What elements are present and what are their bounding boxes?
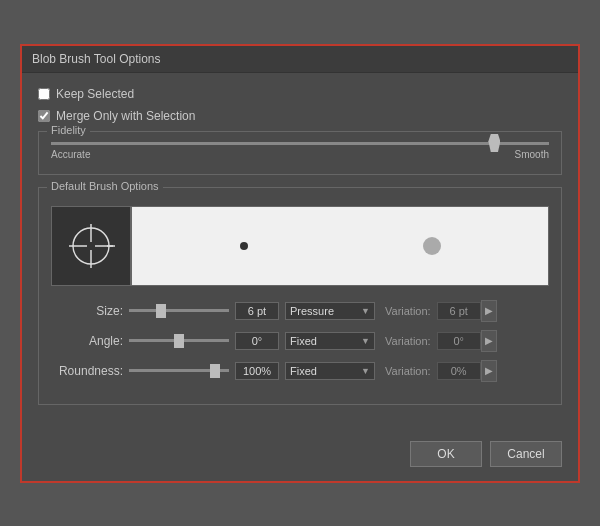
dialog-body: Keep Selected Merge Only with Selection … (22, 73, 578, 431)
brush-options-label: Default Brush Options (47, 180, 163, 192)
roundness-variation-group: ▶ (437, 360, 497, 382)
fidelity-accurate-label: Accurate (51, 149, 90, 160)
roundness-label: Roundness: (51, 364, 123, 378)
fidelity-section: Fidelity Accurate Smooth (38, 131, 562, 175)
fidelity-section-label: Fidelity (47, 124, 90, 136)
roundness-variation-value[interactable] (437, 362, 481, 380)
keep-selected-row: Keep Selected (38, 87, 562, 101)
angle-dropdown-arrow: ▼ (361, 336, 370, 346)
keep-selected-checkbox[interactable] (38, 88, 50, 100)
blob-brush-dialog: Blob Brush Tool Options Keep Selected Me… (20, 44, 580, 483)
fidelity-smooth-label: Smooth (515, 149, 549, 160)
angle-row: Angle: Fixed ▼ Variation: ▶ (51, 330, 549, 352)
cancel-button[interactable]: Cancel (490, 441, 562, 467)
roundness-row: Roundness: Fixed ▼ Variation: ▶ (51, 360, 549, 382)
size-row: Size: Pressure ▼ Variation: ▶ (51, 300, 549, 322)
size-method-value: Pressure (290, 305, 334, 317)
fidelity-slider-row (51, 142, 549, 145)
roundness-slider[interactable] (129, 369, 229, 372)
keep-selected-label[interactable]: Keep Selected (56, 87, 134, 101)
size-variation-label: Variation: (385, 305, 431, 317)
angle-variation-arrow[interactable]: ▶ (481, 330, 497, 352)
fidelity-slider[interactable] (51, 142, 549, 145)
crosshair-icon (65, 220, 117, 272)
dialog-footer: OK Cancel (22, 431, 578, 481)
size-variation-arrow[interactable]: ▶ (481, 300, 497, 322)
angle-slider[interactable] (129, 339, 229, 342)
brush-options-section: Default Brush Options (38, 187, 562, 405)
size-label: Size: (51, 304, 123, 318)
roundness-dropdown-arrow: ▼ (361, 366, 370, 376)
brush-preview-light (131, 206, 549, 286)
roundness-method-value: Fixed (290, 365, 317, 377)
size-slider[interactable] (129, 309, 229, 312)
angle-variation-group: ▶ (437, 330, 497, 352)
roundness-value[interactable] (235, 362, 279, 380)
angle-value[interactable] (235, 332, 279, 350)
angle-variation-value[interactable] (437, 332, 481, 350)
ok-button[interactable]: OK (410, 441, 482, 467)
brush-dot-large (423, 237, 441, 255)
size-value[interactable] (235, 302, 279, 320)
size-variation-group: ▶ (437, 300, 497, 322)
roundness-variation-arrow[interactable]: ▶ (481, 360, 497, 382)
angle-label: Angle: (51, 334, 123, 348)
merge-only-row: Merge Only with Selection (38, 109, 562, 123)
roundness-variation-label: Variation: (385, 365, 431, 377)
dialog-title: Blob Brush Tool Options (32, 52, 161, 66)
angle-method-dropdown[interactable]: Fixed ▼ (285, 332, 375, 350)
dialog-title-bar: Blob Brush Tool Options (22, 46, 578, 73)
size-method-dropdown[interactable]: Pressure ▼ (285, 302, 375, 320)
brush-dot-small (240, 242, 248, 250)
size-dropdown-arrow: ▼ (361, 306, 370, 316)
merge-only-checkbox[interactable] (38, 110, 50, 122)
brush-preview-dark (51, 206, 131, 286)
merge-only-label[interactable]: Merge Only with Selection (56, 109, 195, 123)
angle-variation-label: Variation: (385, 335, 431, 347)
size-variation-value[interactable] (437, 302, 481, 320)
angle-method-value: Fixed (290, 335, 317, 347)
brush-preview-row (51, 206, 549, 286)
roundness-method-dropdown[interactable]: Fixed ▼ (285, 362, 375, 380)
